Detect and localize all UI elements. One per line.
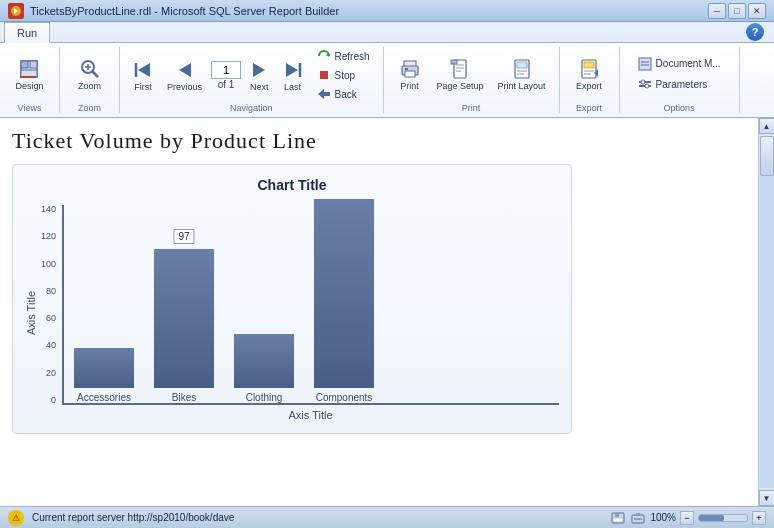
print-group-label: Print <box>392 103 551 113</box>
zoom-button[interactable]: Zoom <box>72 54 108 94</box>
zoom-slider-fill <box>699 515 724 521</box>
scroll-down-button[interactable]: ▼ <box>759 490 775 506</box>
back-button[interactable]: Back <box>312 85 375 103</box>
action-group: Refresh Stop Back <box>312 47 375 103</box>
title-bar: TicketsByProductLine.rdl - Microsoft SQL… <box>0 0 774 22</box>
bar-accessories[interactable]: Accessories <box>74 348 134 403</box>
parameters-label: Parameters <box>656 79 708 90</box>
bar-bikes-rect[interactable]: 97 <box>154 249 214 388</box>
refresh-icon <box>317 49 331 63</box>
document-mode-label: Document M... <box>656 58 721 69</box>
scrollbar: ▲ ▼ <box>758 118 774 506</box>
svg-rect-4 <box>21 70 37 77</box>
y-tick-80: 80 <box>41 287 56 296</box>
svg-point-43 <box>641 80 645 84</box>
zoom-label: Zoom <box>78 81 101 91</box>
tab-run[interactable]: Run <box>4 22 50 43</box>
ribbon-tabs: Run ? <box>0 22 774 42</box>
views-items: Design <box>10 47 48 101</box>
minimize-button[interactable]: ─ <box>708 3 726 19</box>
bar-bikes-tooltip: 97 <box>173 229 194 244</box>
status-right: 100% − + <box>610 511 766 525</box>
refresh-label: Refresh <box>335 51 370 62</box>
group-print: Print Page Setup <box>384 47 560 113</box>
previous-button[interactable]: Previous <box>162 56 207 94</box>
back-label: Back <box>335 89 357 100</box>
page-input[interactable] <box>211 61 241 79</box>
svg-marker-11 <box>138 63 150 77</box>
y-tick-60: 60 <box>41 314 56 323</box>
status-text: Current report server http://sp2010/book… <box>32 512 602 523</box>
maximize-button[interactable]: □ <box>728 3 746 19</box>
bar-clothing[interactable]: Clothing <box>234 334 294 403</box>
x-axis-label: Axis Title <box>62 409 559 421</box>
design-button[interactable]: Design <box>10 54 48 94</box>
bar-components[interactable]: Components <box>314 199 374 403</box>
page-of-label: of 1 <box>218 79 235 90</box>
print-layout-button[interactable]: Print Layout <box>493 54 551 94</box>
svg-rect-49 <box>636 513 640 516</box>
parameters-option[interactable]: Parameters <box>634 76 725 94</box>
y-axis-label: Axis Title <box>25 291 37 335</box>
svg-marker-15 <box>286 63 298 77</box>
bar-bikes[interactable]: 97 Bikes <box>154 249 214 403</box>
y-tick-0: 0 <box>41 396 56 405</box>
svg-rect-46 <box>615 513 619 517</box>
chart-area: Axis Title 0 20 40 60 80 100 120 140 <box>25 205 559 421</box>
bar-accessories-label: Accessories <box>77 392 131 403</box>
y-tick-40: 40 <box>41 341 56 350</box>
first-button[interactable]: First <box>128 56 158 94</box>
print-button[interactable]: Print <box>392 54 428 94</box>
print-layout-icon <box>510 57 534 81</box>
y-tick-120: 120 <box>41 232 56 241</box>
chart-title: Chart Title <box>25 177 559 193</box>
document-mode-option[interactable]: Document M... <box>634 55 725 73</box>
report-area: Ticket Volume by Product Line Chart Titl… <box>0 118 758 506</box>
parameters-icon <box>638 78 652 92</box>
stop-button[interactable]: Stop <box>312 66 375 84</box>
status-warning-icon: ⚠ <box>8 510 24 526</box>
bar-accessories-rect[interactable] <box>74 348 134 388</box>
options-items: Document M... Parameters <box>634 47 725 101</box>
export-icon <box>577 57 601 81</box>
export-group-label: Export <box>568 103 611 113</box>
bar-components-rect[interactable] <box>314 199 374 388</box>
svg-rect-23 <box>405 68 408 70</box>
svg-rect-28 <box>451 60 457 64</box>
title-bar-controls[interactable]: ─ □ ✕ <box>708 3 766 19</box>
last-icon <box>283 58 303 82</box>
svg-marker-18 <box>318 89 324 99</box>
zoom-increase-button[interactable]: + <box>752 511 766 525</box>
svg-rect-30 <box>517 62 527 68</box>
page-nav: of 1 <box>211 61 241 90</box>
bars-wrapper: Accessories 97 Bikes Clothing <box>62 205 559 421</box>
print-label: Print <box>400 81 419 91</box>
page-setup-button[interactable]: Page Setup <box>432 54 489 94</box>
design-icon <box>17 57 41 81</box>
page-setup-label: Page Setup <box>437 81 484 91</box>
page-setup-icon <box>448 57 472 81</box>
save-icon[interactable] <box>610 511 626 525</box>
export-button[interactable]: Export <box>571 54 607 94</box>
export-items: Export <box>571 47 607 101</box>
zoom-decrease-button[interactable]: − <box>680 511 694 525</box>
close-button[interactable]: ✕ <box>748 3 766 19</box>
last-button[interactable]: Last <box>278 56 308 94</box>
views-group-label: Views <box>8 103 51 113</box>
main-content: Ticket Volume by Product Line Chart Titl… <box>0 118 774 506</box>
scroll-thumb[interactable] <box>760 136 774 176</box>
next-button[interactable]: Next <box>245 56 274 94</box>
export-label: Export <box>576 81 602 91</box>
refresh-button[interactable]: Refresh <box>312 47 375 65</box>
svg-rect-34 <box>584 62 594 68</box>
bar-clothing-rect[interactable] <box>234 334 294 388</box>
navigation-group-label: Navigation <box>128 103 375 113</box>
help-button[interactable]: ? <box>746 23 764 41</box>
options-controls: Document M... Parameters <box>634 55 725 94</box>
group-navigation: First Previous of 1 <box>120 47 384 113</box>
zoom-slider[interactable] <box>698 514 748 522</box>
print-items: Print Page Setup <box>392 47 551 101</box>
svg-rect-3 <box>30 61 37 68</box>
bar-components-label: Components <box>316 392 373 403</box>
scroll-up-button[interactable]: ▲ <box>759 118 775 134</box>
